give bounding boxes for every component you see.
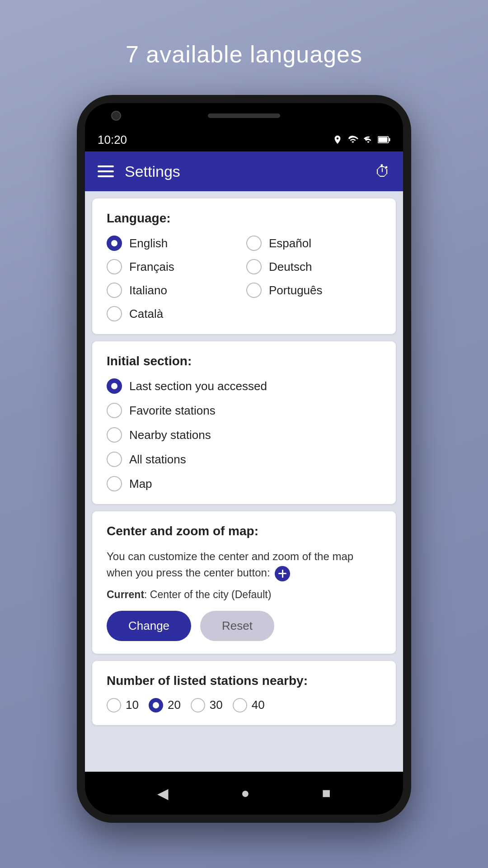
language-option-english[interactable]: English: [107, 236, 242, 251]
app-bar-title: Settings: [125, 163, 180, 180]
hamburger-icon[interactable]: [98, 165, 114, 177]
radio-circle-nearby-40: [233, 698, 247, 712]
svg-rect-1: [379, 137, 388, 142]
radio-circle-italiano: [107, 283, 122, 298]
center-zoom-card: Center and zoom of map: You can customiz…: [92, 511, 396, 654]
language-option-italiano[interactable]: Italiano: [107, 283, 242, 298]
radio-circle-deutsch: [246, 259, 262, 274]
app-bar-left: Settings: [98, 163, 180, 180]
language-title: Language:: [107, 211, 381, 226]
initial-option-last[interactable]: Last section you accessed: [107, 378, 381, 394]
radio-label-initial-favorite: Favorite stations: [129, 404, 216, 418]
battery-icon: [378, 135, 390, 145]
svg-rect-2: [389, 138, 390, 142]
center-button-icon: [275, 566, 290, 581]
initial-section-title: Initial section:: [107, 354, 381, 368]
nearby-radio-row: 10203040: [107, 698, 381, 712]
status-icons: [333, 135, 390, 145]
radio-circle-nearby-30: [191, 698, 205, 712]
radio-label-nearby-40: 40: [252, 698, 265, 712]
language-option-espanol[interactable]: Español: [246, 236, 381, 251]
radio-circle-nearby-20: [149, 698, 163, 712]
wifi-icon: [347, 135, 359, 145]
radio-label-catala: Català: [129, 307, 163, 321]
center-zoom-title: Center and zoom of map:: [107, 524, 381, 538]
initial-option-all[interactable]: All stations: [107, 452, 381, 467]
nearby-stations-title: Number of listed stations nearby:: [107, 674, 381, 688]
initial-option-nearby[interactable]: Nearby stations: [107, 427, 381, 443]
initial-option-favorite[interactable]: Favorite stations: [107, 403, 381, 418]
radio-label-deutsch: Deutsch: [269, 260, 312, 274]
initial-section-card: Initial section: Last section you access…: [92, 341, 396, 504]
page-title: 7 available languages: [126, 41, 362, 68]
radio-label-nearby-20: 20: [168, 698, 181, 712]
screen-content: Language: EnglishEspañolFrançaisDeutschI…: [85, 191, 403, 772]
radio-label-initial-map: Map: [129, 477, 152, 491]
nearby-option-30[interactable]: 30: [191, 698, 223, 712]
radio-label-initial-nearby: Nearby stations: [129, 428, 211, 442]
radio-circle-portugues: [246, 283, 262, 298]
status-bar: 10:20: [85, 128, 403, 151]
radio-circle-nearby-10: [107, 698, 121, 712]
app-bar: Settings ⏱: [85, 151, 403, 191]
radio-label-portugues: Português: [269, 283, 323, 297]
center-zoom-description: You can customize the center and zoom of…: [107, 548, 381, 581]
radio-label-francais: Français: [129, 260, 174, 274]
nearby-stations-card: Number of listed stations nearby: 102030…: [92, 661, 396, 725]
phone-top-bar: [85, 103, 403, 128]
language-card: Language: EnglishEspañolFrançaisDeutschI…: [92, 198, 396, 334]
change-button[interactable]: Change: [107, 611, 191, 641]
nearby-option-40[interactable]: 40: [233, 698, 265, 712]
nav-recent-button[interactable]: ■: [322, 785, 331, 802]
radio-circle-initial-favorite: [107, 403, 122, 418]
radio-label-nearby-30: 30: [210, 698, 223, 712]
radio-circle-francais: [107, 259, 122, 274]
nav-home-button[interactable]: ●: [241, 785, 249, 802]
radio-circle-catala: [107, 306, 122, 321]
language-option-catala[interactable]: Català: [107, 306, 242, 321]
phone-frame: 10:20: [77, 95, 411, 823]
language-option-francais[interactable]: Français: [107, 259, 242, 274]
button-row: Change Reset: [107, 611, 381, 641]
phone-bottom-bar: ◀ ● ■: [85, 772, 403, 815]
nav-back-button[interactable]: ◀: [157, 785, 169, 802]
language-option-portugues[interactable]: Português: [246, 283, 381, 298]
phone-screen: 10:20: [85, 128, 403, 772]
language-grid: EnglishEspañolFrançaisDeutschItalianoPor…: [107, 236, 381, 321]
radio-circle-initial-map: [107, 476, 122, 491]
radio-label-espanol: Español: [269, 236, 311, 250]
radio-circle-initial-last: [107, 378, 122, 394]
radio-circle-espanol: [246, 236, 262, 251]
radio-circle-initial-all: [107, 452, 122, 467]
nearby-option-10[interactable]: 10: [107, 698, 139, 712]
language-option-deutsch[interactable]: Deutsch: [246, 259, 381, 274]
current-value-text: Current: Center of the city (Default): [107, 589, 381, 601]
initial-section-list: Last section you accessedFavorite statio…: [107, 378, 381, 491]
status-time: 10:20: [98, 133, 127, 147]
radio-label-initial-last: Last section you accessed: [129, 379, 267, 393]
phone-camera: [111, 111, 121, 121]
radio-label-nearby-10: 10: [126, 698, 139, 712]
timer-icon[interactable]: ⏱: [375, 163, 390, 180]
radio-label-italiano: Italiano: [129, 283, 167, 297]
location-icon: [333, 135, 343, 145]
radio-circle-english: [107, 236, 122, 251]
radio-circle-initial-nearby: [107, 427, 122, 443]
reset-button[interactable]: Reset: [200, 611, 274, 641]
radio-label-initial-all: All stations: [129, 453, 186, 467]
signal-icon: [363, 135, 373, 145]
initial-option-map[interactable]: Map: [107, 476, 381, 491]
nearby-option-20[interactable]: 20: [149, 698, 181, 712]
radio-label-english: English: [129, 236, 168, 250]
phone-speaker: [208, 113, 280, 118]
